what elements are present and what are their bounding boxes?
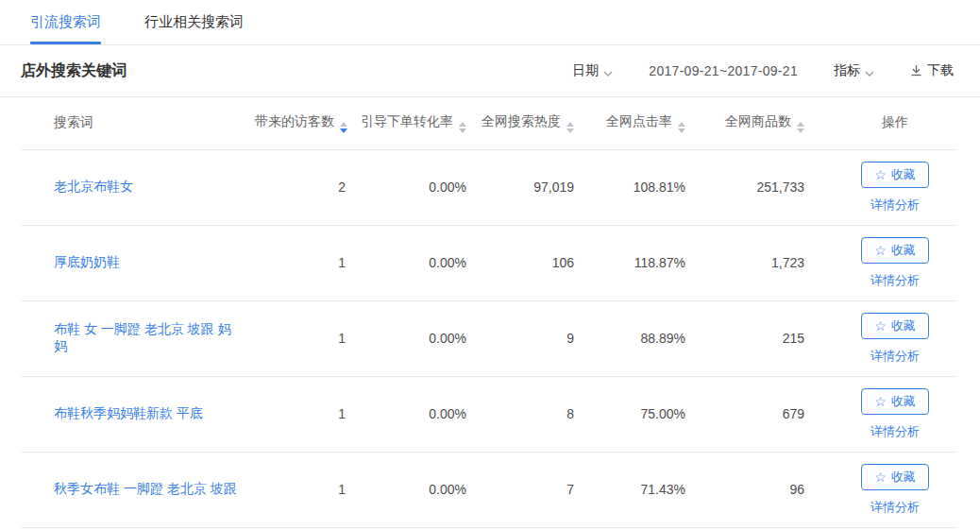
visitors-value: 1 [247,376,353,452]
table-row: 秋季女布鞋 一脚蹬 老北京 坡跟 1 0.00% 7 71.43% 96 ☆收藏… [21,452,957,527]
col-header-label: 引导下单转化率 [361,113,453,128]
sort-icon[interactable] [797,122,804,133]
header-controls: 日期 2017-09-21~2017-09-21 指标 下载 [572,62,954,79]
table-header-row: 搜索词 带来的访客数 引导下单转化率 全网搜索热度 全网点击率 全网商品数 操作 [21,97,957,149]
date-dropdown-label: 日期 [572,62,599,79]
keyword-link[interactable]: 布鞋 女 一脚蹬 老北京 坡跟 妈妈 [54,321,230,353]
favorite-label: 收藏 [891,318,916,333]
download-label: 下载 [927,62,954,79]
ctr-value: 75.00% [582,376,693,452]
table-row: 厚底奶奶鞋 1 0.00% 106 118.87% 1,723 ☆收藏 详情分析 [21,225,957,300]
ctr-value: 118.87% [582,225,693,300]
search-heat-value: 7 [474,452,582,527]
keyword-link[interactable]: 布鞋秋季妈妈鞋新款 平底 [54,405,203,420]
sort-icon[interactable] [678,122,685,133]
detail-analysis-link[interactable]: 详情分析 [840,423,950,440]
visitors-value: 1 [247,300,353,376]
date-dropdown[interactable]: 日期 [572,62,613,79]
products-value: 251,733 [693,149,812,225]
col-header-actions: 操作 [812,97,957,149]
col-header-label: 搜索词 [54,114,93,129]
col-header-label: 带来的访客数 [255,113,334,128]
chevron-down-icon [865,64,874,79]
favorite-button[interactable]: ☆收藏 [861,162,929,188]
section-header: 店外搜索关键词 日期 2017-09-21~2017-09-21 指标 下载 [0,45,980,97]
download-icon [910,64,922,79]
col-header-label: 全网商品数 [725,113,791,128]
conversion-value: 0.00% [353,300,474,376]
favorite-label: 收藏 [891,243,916,258]
favorite-button[interactable]: ☆收藏 [861,237,929,264]
favorite-label: 收藏 [891,167,916,182]
visitors-value: 1 [247,452,353,527]
search-heat-value: 97,019 [474,149,582,225]
search-heat-value: 9 [474,300,582,376]
visitors-value: 1 [247,225,353,300]
products-value: 215 [693,300,812,376]
visitors-value: 2 [247,149,353,225]
favorite-button[interactable]: ☆收藏 [861,464,929,490]
download-button[interactable]: 下载 [910,62,954,79]
favorite-label: 收藏 [891,470,916,485]
metric-dropdown-label: 指标 [834,62,860,79]
col-header-ctr[interactable]: 全网点击率 [582,97,693,149]
col-header-label: 全网搜索热度 [482,113,561,128]
tab-industry-related-search-words[interactable]: 行业相关搜索词 [144,0,244,44]
col-header-keyword: 搜索词 [21,97,247,149]
conversion-value: 0.00% [353,376,474,452]
star-icon: ☆ [874,319,887,333]
star-icon: ☆ [874,244,887,257]
tab-traffic-search-words[interactable]: 引流搜索词 [30,0,101,44]
detail-analysis-link[interactable]: 详情分析 [840,348,950,365]
col-header-products[interactable]: 全网商品数 [693,97,812,149]
chevron-down-icon [603,64,613,79]
detail-analysis-link[interactable]: 详情分析 [840,272,950,289]
keyword-link[interactable]: 秋季女布鞋 一脚蹬 老北京 坡跟 [54,481,237,496]
col-header-label: 操作 [882,114,908,129]
metric-dropdown[interactable]: 指标 [834,62,874,79]
col-header-search-heat[interactable]: 全网搜索热度 [474,97,582,149]
products-value: 1,723 [693,225,812,300]
keywords-table: 搜索词 带来的访客数 引导下单转化率 全网搜索热度 全网点击率 全网商品数 操作… [21,97,957,528]
detail-analysis-link[interactable]: 详情分析 [840,499,950,516]
favorite-button[interactable]: ☆收藏 [861,388,929,415]
detail-analysis-link[interactable]: 详情分析 [840,197,950,214]
ctr-value: 71.43% [582,452,693,527]
sort-icon[interactable] [459,122,466,133]
keyword-link[interactable]: 老北京布鞋女 [54,179,133,194]
star-icon: ☆ [874,395,887,408]
ctr-value: 88.89% [582,300,693,376]
star-icon: ☆ [874,470,887,484]
table-row: 布鞋秋季妈妈鞋新款 平底 1 0.00% 8 75.00% 679 ☆收藏 详情… [21,376,957,452]
conversion-value: 0.00% [353,225,474,300]
table-row: 老北京布鞋女 2 0.00% 97,019 108.81% 251,733 ☆收… [21,149,957,225]
tab-bar: 引流搜索词 行业相关搜索词 [0,0,980,45]
page-title: 店外搜索关键词 [21,61,127,81]
ctr-value: 108.81% [582,149,693,225]
sort-icon[interactable] [566,122,574,133]
col-header-label: 全网点击率 [606,113,672,128]
products-value: 96 [693,452,812,527]
conversion-value: 0.00% [353,452,474,527]
sort-icon[interactable] [340,122,347,133]
star-icon: ☆ [874,168,887,181]
conversion-value: 0.00% [353,149,474,225]
col-header-visitors[interactable]: 带来的访客数 [247,97,353,149]
search-heat-value: 106 [474,225,582,300]
keyword-link[interactable]: 厚底奶奶鞋 [54,254,120,269]
date-range-value[interactable]: 2017-09-21~2017-09-21 [649,63,798,78]
products-value: 679 [693,376,812,452]
favorite-button[interactable]: ☆收藏 [861,313,929,339]
search-heat-value: 8 [474,376,582,452]
table-row: 布鞋 女 一脚蹬 老北京 坡跟 妈妈 1 0.00% 9 88.89% 215 … [21,300,957,376]
favorite-label: 收藏 [891,394,916,409]
col-header-conversion[interactable]: 引导下单转化率 [353,97,474,149]
